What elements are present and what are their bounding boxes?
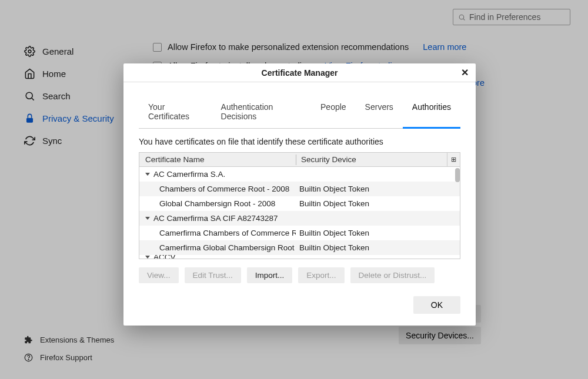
ok-button[interactable]: OK [413,296,460,314]
table-row[interactable]: Camerfirma Global Chambersign Root Built… [139,240,460,255]
table-row[interactable]: Chambers of Commerce Root - 2008 Builtin… [139,182,460,196]
cell-name: AC Camerfirma S.A. [153,170,225,179]
chevron-down-icon[interactable] [145,217,150,220]
table-row[interactable]: Global Chambersign Root - 2008 Builtin O… [139,196,460,211]
column-header-device[interactable]: Security Device [296,155,447,164]
view-button[interactable]: View... [139,267,179,283]
dialog-description: You have certificates on file that ident… [123,129,476,152]
action-buttons: View... Edit Trust... Import... Export..… [139,267,460,283]
import-button[interactable]: Import... [247,267,293,283]
cell-name: Camerfirma Chambers of Commerce Root [159,229,296,237]
scrollbar-thumb[interactable] [455,168,460,182]
table-row[interactable]: Camerfirma Chambers of Commerce Root Bui… [139,226,460,240]
tab-servers[interactable]: Servers [356,96,403,128]
column-header-name[interactable]: Certificate Name [139,155,296,164]
table-row-group[interactable]: AC Camerfirma SA CIF A82743287 [139,211,460,226]
tab-bar: Your Certificates Authentication Decisio… [139,96,460,129]
cell-name: Global Chambersign Root - 2008 [159,199,275,208]
chevron-down-icon[interactable] [145,173,150,176]
table-header: Certificate Name Security Device ⊞ [139,153,460,167]
table-body[interactable]: AC Camerfirma S.A. Chambers of Commerce … [139,167,460,259]
edit-trust-button[interactable]: Edit Trust... [185,267,241,283]
tab-authentication-decisions[interactable]: Authentication Decisions [212,96,311,128]
tab-authorities[interactable]: Authorities [403,96,460,129]
dialog-title: Certificate Manager [262,68,338,78]
dialog-header: Certificate Manager ✕ [123,63,476,82]
table-row-group[interactable]: ACCV [139,255,460,259]
cell-name: Chambers of Commerce Root - 2008 [159,185,289,193]
close-icon[interactable]: ✕ [457,65,472,80]
cell-name: AC Camerfirma SA CIF A82743287 [153,214,278,223]
cell-device: Builtin Object Token [296,229,460,237]
cell-device: Builtin Object Token [296,199,460,208]
certificates-table: Certificate Name Security Device ⊞ AC Ca… [139,152,460,259]
tab-your-certificates[interactable]: Your Certificates [139,96,212,128]
export-button[interactable]: Export... [298,267,344,283]
cell-device: Builtin Object Token [296,243,460,252]
cell-name: Camerfirma Global Chambersign Root [159,243,295,252]
column-picker-icon[interactable]: ⊞ [447,153,460,166]
cell-name: ACCV [153,255,176,259]
certificate-manager-dialog: Certificate Manager ✕ Your Certificates … [123,63,476,326]
delete-distrust-button[interactable]: Delete or Distrust... [350,267,435,283]
cell-device: Builtin Object Token [296,185,460,193]
chevron-down-icon[interactable] [145,256,150,259]
tab-people[interactable]: People [311,96,356,128]
table-row-group[interactable]: AC Camerfirma S.A. [139,167,460,182]
